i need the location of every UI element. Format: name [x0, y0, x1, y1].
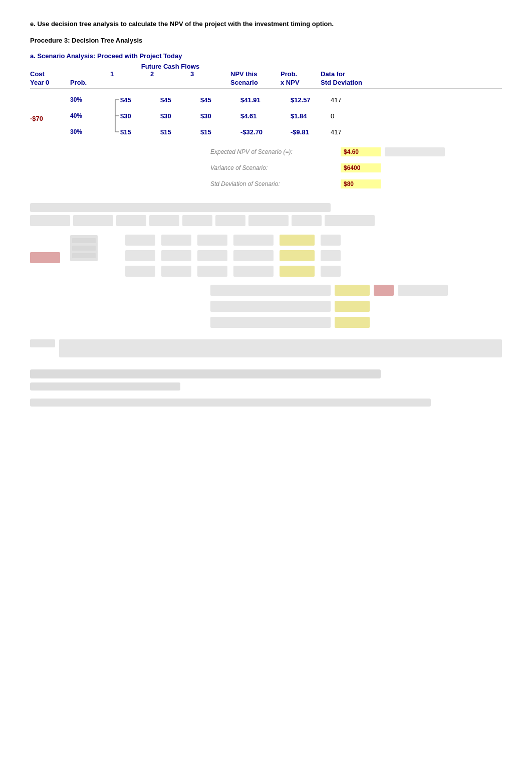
subh-prob: Prob.	[70, 79, 110, 86]
col-header-probnpv: Prob.	[281, 70, 321, 78]
flows-block: $45 $45 $45 $41.91 $12.57 417 $30 $30 $3…	[120, 92, 396, 140]
blur-h5	[182, 215, 212, 226]
blur-h1	[30, 215, 70, 226]
blur-summary-b	[210, 283, 502, 329]
npv-r1: $4.61	[240, 112, 291, 120]
probnpv-r2: -$9.81	[291, 128, 331, 136]
flow-row-1: $30 $30 $30 $4.61 $1.84 0	[120, 108, 396, 124]
col-header-data: Data for	[321, 70, 386, 78]
prob-row-0: 30%	[70, 92, 110, 108]
blur-prob-col	[70, 229, 110, 278]
blur-h8	[292, 215, 322, 226]
data-r1: 0	[331, 112, 396, 120]
fcf1-r1: $30	[120, 112, 160, 120]
summary-section-a: Expected NPV of Scenario (=): $4.60 Vari…	[210, 145, 502, 191]
blur-flow-rows	[125, 233, 341, 278]
fcf1-r0: $45	[120, 96, 160, 104]
prob-row-1: 40%	[70, 108, 110, 124]
data-r0: 417	[331, 96, 396, 104]
section-e-label: e. Use decision tree analysis to calcula…	[30, 20, 502, 28]
cost-cell: -$70	[30, 92, 70, 140]
procedure3-title: Procedure 3: Decision Tree Analysis	[30, 37, 502, 44]
summary-label-sd: Std Deviation of Scenario:	[210, 180, 341, 187]
prob-block: 30% 40% 30%	[70, 92, 110, 140]
blur-h3	[116, 215, 146, 226]
table-subheader: Year 0 Prob. Scenario x NPV Std Deviatio…	[30, 79, 502, 89]
blur-flow-r1	[125, 250, 341, 261]
npv-r2: -$32.70	[240, 128, 291, 136]
table-header: Cost Future Cash Flows 1 2 3 NPV this Pr…	[30, 63, 502, 78]
blur-h6	[215, 215, 245, 226]
blur-cost	[30, 252, 60, 263]
summary-value-sd: $80	[341, 179, 381, 188]
col-header-fcf2: 2	[150, 70, 190, 78]
fcf2-r1: $30	[160, 112, 200, 120]
blur-flow-r0	[125, 235, 341, 246]
data-section-a: -$70 30% 40% 30% $45 $45 $45 $41.91 $12.…	[30, 92, 502, 140]
summary-label-var: Variance of Scenario:	[210, 164, 341, 171]
prob-row-2: 30%	[70, 124, 110, 140]
note-text-blur	[59, 339, 502, 357]
summary-row-stddev: Std Deviation of Scenario: $80	[210, 177, 502, 191]
note-section	[30, 339, 502, 357]
final-note-blur	[30, 399, 431, 407]
col-header-cost: Cost	[30, 70, 70, 78]
section-f-label	[30, 369, 381, 378]
fcf2-r2: $15	[160, 128, 200, 136]
blur-h7	[248, 215, 289, 226]
section-b-title-blur	[30, 203, 331, 212]
fcf-top-label: Future Cash Flows	[110, 63, 230, 70]
blur-h4	[149, 215, 179, 226]
probnpv-r1: $1.84	[291, 112, 331, 120]
blur-sum-b-r2	[210, 315, 502, 329]
section-a-title: a. Scenario Analysis: Proceed with Proje…	[30, 52, 502, 60]
subh-scenario: Scenario	[230, 79, 281, 86]
flow-row-2: $15 $15 $15 -$32.70 -$9.81 417	[120, 124, 396, 140]
summary-extra-enpv	[385, 147, 445, 156]
blur-h2	[73, 215, 113, 226]
procedure-3b-label	[30, 382, 180, 391]
blur-cost-col	[30, 229, 70, 278]
fcf3-r0: $45	[200, 96, 240, 104]
section-b-header-blur	[30, 215, 502, 226]
subh-xnpv: x NPV	[281, 79, 321, 86]
section-b-divider	[30, 203, 502, 329]
blur-sum-b-r1	[210, 299, 502, 313]
note-label-blur	[30, 339, 55, 347]
fcf1-r2: $15	[120, 128, 160, 136]
section-b-data-rows	[30, 229, 502, 278]
col-header-npv: NPV this	[230, 70, 281, 78]
probnpv-r0: $12.57	[291, 96, 331, 104]
tree-branch	[110, 92, 120, 140]
blur-flow-r2	[125, 266, 341, 277]
npv-r0: $41.91	[240, 96, 291, 104]
summary-row-variance: Variance of Scenario: $6400	[210, 161, 502, 175]
fcf3-r1: $30	[200, 112, 240, 120]
blur-prob-box	[70, 235, 98, 261]
blur-h9	[325, 215, 375, 226]
fcf-sub-headers: 1 2 3	[110, 70, 230, 78]
col-header-fcf3: 3	[190, 70, 230, 78]
summary-value-enpv: $4.60	[341, 147, 381, 156]
data-r2: 417	[331, 128, 396, 136]
subh-stddev: Std Deviation	[321, 79, 386, 86]
blur-sum-b-r0	[210, 283, 502, 297]
fcf2-r0: $45	[160, 96, 200, 104]
col-header-fcf1: 1	[110, 70, 150, 78]
summary-value-var: $6400	[341, 163, 381, 172]
summary-label-enpv: Expected NPV of Scenario (=):	[210, 148, 341, 155]
blur-tree	[110, 229, 125, 278]
col-header-fcf-group: Future Cash Flows 1 2 3	[110, 63, 230, 78]
fcf3-r2: $15	[200, 128, 240, 136]
flow-row-0: $45 $45 $45 $41.91 $12.57 417	[120, 92, 396, 108]
summary-row-expected-npv: Expected NPV of Scenario (=): $4.60	[210, 145, 502, 159]
subh-year0: Year 0	[30, 79, 70, 86]
